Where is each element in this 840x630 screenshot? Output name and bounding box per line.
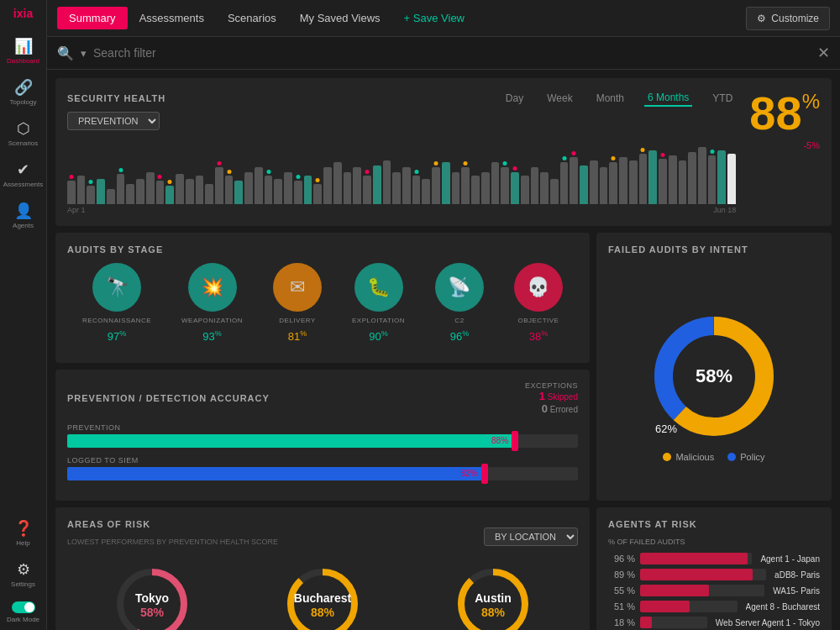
chart-bar[interactable] [619,157,627,204]
chart-bar[interactable] [540,172,549,204]
chart-bar[interactable] [165,186,174,204]
agent-name-label: Web Server Agent 1 - Tokyo [716,618,820,627]
chart-bar[interactable] [688,152,696,204]
sidebar-item-settings[interactable]: ⚙ Settings [0,554,46,595]
chart-bar[interactable] [580,165,588,204]
chart-bar[interactable] [550,179,559,204]
chart-bar[interactable] [87,186,95,204]
chart-bar[interactable] [501,167,509,204]
chart-bar[interactable] [265,176,273,204]
by-location-select[interactable]: BY LOCATION [484,528,578,546]
chart-bar[interactable] [373,165,381,204]
chart-bar[interactable] [481,172,490,204]
chart-bar[interactable] [284,172,292,204]
chart-bar[interactable] [531,167,539,204]
chart-bar[interactable] [205,184,213,204]
chart-bar[interactable] [97,179,105,204]
time-tab-ytd[interactable]: YTD [709,91,736,106]
chart-bar[interactable] [353,167,361,204]
security-health-delta: -5% [803,140,820,150]
legend-malicious: Malicious [663,452,714,462]
sidebar-item-topology[interactable]: 🔗 Topology [0,71,46,113]
chart-bar[interactable] [344,172,352,204]
time-tab-6months[interactable]: 6 Months [644,90,692,107]
customize-button[interactable]: ⚙ Customize [746,7,830,30]
time-tab-day[interactable]: Day [502,91,527,106]
chart-bar[interactable] [136,179,144,204]
tab-save-view[interactable]: + Save View [392,7,476,29]
chart-bar[interactable] [570,157,578,204]
chart-bar[interactable] [255,167,263,204]
dark-mode-toggle[interactable]: Dark Mode [7,601,39,623]
chart-bar[interactable] [176,174,184,204]
chart-bar[interactable] [708,155,717,204]
chart-bar[interactable] [511,172,519,204]
sidebar-item-scenarios[interactable]: ⬡ Scenarios [0,113,46,154]
chart-bar[interactable] [333,162,342,204]
tab-assessments[interactable]: Assessments [128,7,216,29]
malicious-dot [663,453,671,461]
chart-bar[interactable] [196,176,204,204]
chart-bar[interactable] [392,172,401,204]
chart-bar[interactable] [107,189,115,204]
search-dropdown-arrow[interactable]: ▾ [81,47,87,60]
chart-bar[interactable] [402,167,411,204]
chart-bar[interactable] [146,172,155,204]
chart-bar[interactable] [609,162,617,204]
chart-bar[interactable] [156,181,165,204]
risk-location-item: Austin88%+5% [455,566,531,630]
chart-bar[interactable] [727,154,736,204]
chart-bar[interactable] [521,176,529,204]
chart-bar[interactable] [126,184,134,204]
time-tab-week[interactable]: Week [543,91,575,106]
chart-bar[interactable] [461,167,470,204]
chart-bar[interactable] [432,167,440,204]
chart-bar[interactable] [648,150,657,204]
chart-bar[interactable] [590,160,598,204]
chart-bar[interactable] [629,160,638,204]
chart-bar[interactable] [323,167,332,204]
chart-bar[interactable] [442,162,450,204]
chart-bar[interactable] [717,150,726,204]
chart-bar[interactable] [639,154,648,204]
chart-bar[interactable] [234,181,243,204]
prevention-dropdown[interactable]: PREVENTION [67,112,160,130]
tab-scenarios[interactable]: Scenarios [216,7,288,29]
chart-bar[interactable] [560,162,569,204]
sidebar-item-help[interactable]: ❓ Help [0,512,46,554]
sidebar-item-assessments[interactable]: ✔ Assessments [0,154,46,195]
chart-bar[interactable] [67,181,76,204]
agent-row: 51 %Agent 8 - Bucharest [608,601,820,612]
chart-bar[interactable] [186,179,194,204]
chart-bar[interactable] [669,155,677,204]
areas-of-risk-title: AREAS OF RISK [67,519,278,529]
chart-bar[interactable] [225,176,234,204]
chart-bar[interactable] [294,181,302,204]
search-input[interactable] [93,46,817,60]
tab-saved-views[interactable]: My Saved Views [288,7,392,29]
sidebar-item-dashboard[interactable]: 📊 Dashboard [0,30,46,71]
chart-bar[interactable] [422,179,430,204]
chart-bar[interactable] [679,160,687,204]
chart-bar[interactable] [659,159,667,204]
chart-bar[interactable] [600,167,608,204]
stage-pct: 96% [450,329,469,343]
chart-bar[interactable] [471,176,480,204]
chart-bar[interactable] [274,179,282,204]
chart-bar[interactable] [452,172,460,204]
chart-bar[interactable] [383,160,391,204]
chart-bar[interactable] [117,174,125,204]
chart-bar[interactable] [491,162,500,204]
chart-bar[interactable] [698,147,706,204]
chart-bar[interactable] [363,176,371,204]
time-tab-month[interactable]: Month [593,91,627,106]
chart-bar[interactable] [77,176,86,204]
chart-bar[interactable] [412,176,421,204]
chart-bar[interactable] [304,176,312,204]
close-icon[interactable]: ✕ [817,44,830,62]
chart-bar[interactable] [313,184,322,204]
sidebar-item-agents[interactable]: 👤 Agents [0,195,46,236]
tab-summary[interactable]: Summary [57,7,128,29]
chart-bar[interactable] [215,167,223,204]
chart-bar[interactable] [244,172,253,204]
